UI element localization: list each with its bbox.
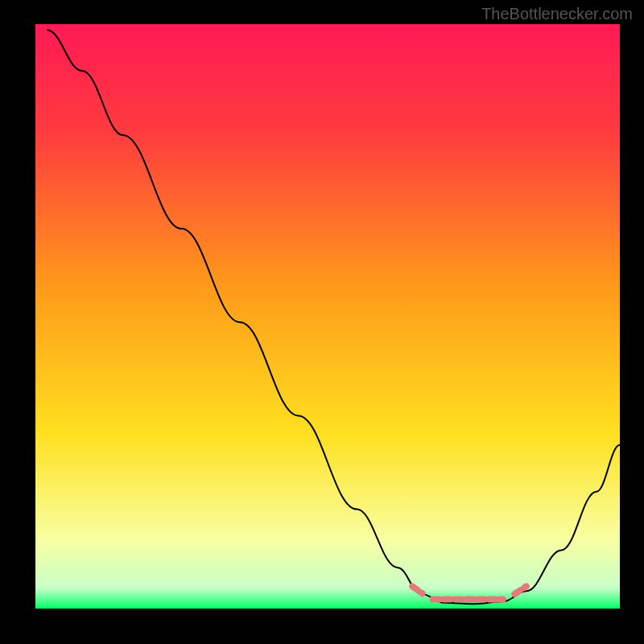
svg-line-3 bbox=[514, 586, 526, 593]
bottleneck-curve bbox=[47, 30, 620, 604]
marker-band bbox=[412, 586, 526, 599]
plot-area bbox=[35, 24, 620, 609]
chart-curve-layer bbox=[35, 24, 620, 609]
watermark-text: TheBottlenecker.com bbox=[481, 5, 633, 23]
svg-line-1 bbox=[412, 586, 422, 593]
